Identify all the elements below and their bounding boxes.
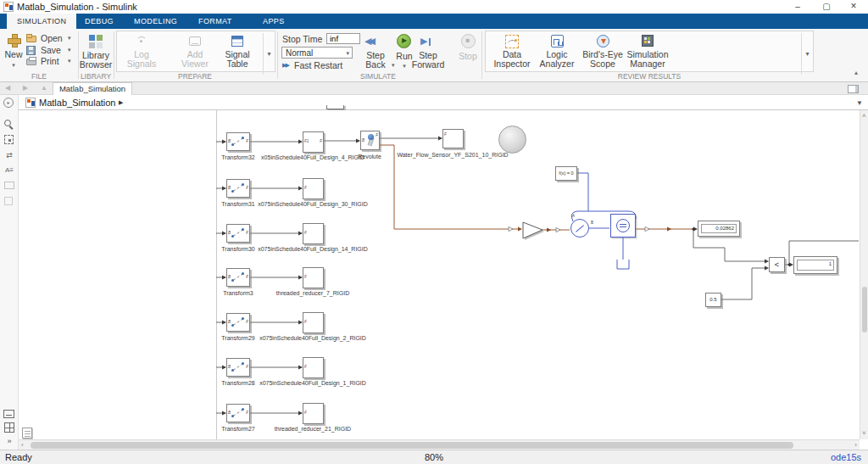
step-back-icon[interactable]: ◀◀ [364, 36, 372, 47]
rigid-block[interactable]: F [303, 357, 324, 378]
stop-time-input[interactable] [326, 33, 360, 44]
fit-to-view-icon[interactable] [3, 134, 15, 146]
tab-format[interactable]: FORMAT [188, 14, 242, 29]
step-forward-icon[interactable]: ▶ [420, 36, 427, 47]
simulation-manager-button[interactable]: Simulation Manager [625, 50, 670, 70]
rotational-motion-sensor-block[interactable] [610, 214, 636, 238]
save-icon[interactable] [26, 46, 36, 55]
scroll-right-icon[interactable]: › [854, 441, 857, 450]
library-browser-button[interactable]: Library Browser [77, 51, 114, 70]
scroll-down-icon[interactable]: ˅ [862, 429, 866, 438]
new-icon[interactable] [7, 33, 20, 47]
solver-indicator[interactable]: ode15s [831, 452, 861, 462]
step-back-dropdown-icon[interactable]: ▾ [392, 62, 395, 69]
palette-more-icon[interactable]: » [3, 435, 15, 447]
review-overflow-icon[interactable]: ▾ [801, 33, 813, 75]
simulation-mode-dropdown[interactable]: Normal ▾ [281, 47, 353, 59]
scroll-up-icon[interactable]: ˄ [862, 112, 866, 120]
rigid-block[interactable]: F [303, 403, 324, 424]
tab-apps[interactable]: APPS [253, 14, 295, 29]
maximize-button[interactable]: ▢ [814, 0, 839, 13]
data-inspector-button[interactable]: Data Inspector [492, 50, 532, 70]
print-dropdown-icon[interactable]: ▾ [68, 58, 71, 64]
transform-block[interactable]: BF [226, 404, 250, 422]
library-browser-icon[interactable] [89, 35, 95, 41]
block-label: x075inSchedule40Full_Design_14_RIGID [258, 246, 368, 252]
vertical-scrollbar[interactable]: ˄ ˅ [860, 110, 868, 439]
transform-block[interactable]: BF [226, 313, 250, 332]
save-dropdown-icon[interactable]: ▾ [68, 47, 71, 53]
run-icon[interactable]: ▶ [397, 34, 411, 48]
run-dropdown-icon[interactable]: ▾ [403, 63, 406, 70]
step-forward-button[interactable]: Step Forward [411, 51, 445, 70]
transform-block[interactable]: BF [226, 179, 250, 198]
log-signals-button[interactable]: Log Signals [125, 50, 159, 70]
transform-block[interactable]: BF [226, 224, 250, 243]
new-button[interactable]: New [4, 50, 22, 59]
sphere-annotation[interactable] [498, 126, 526, 154]
rigid-block[interactable]: F1F [303, 131, 324, 153]
rigid-block[interactable]: F [303, 178, 324, 199]
constant-block[interactable]: 0.5 [705, 293, 721, 307]
flow-sensor-block[interactable]: F [442, 129, 464, 148]
open-button[interactable]: Open [41, 33, 63, 43]
transform-block[interactable]: BF [226, 268, 250, 287]
scroll-left-icon[interactable]: ‹ [21, 441, 24, 450]
annotation-icon[interactable]: A≡ [3, 165, 15, 176]
angular-velocity-source-block[interactable] [570, 219, 589, 238]
tab-debug[interactable]: DEBUG [75, 14, 124, 29]
browser-panel-toggle-icon[interactable]: ▸ [3, 98, 14, 108]
display-block[interactable]: 0.02862 [698, 221, 740, 237]
breadcrumb-arrow-icon[interactable]: ▶ [119, 99, 123, 106]
logic-analyzer-button[interactable]: Logic Analyzer [537, 50, 576, 70]
area-icon[interactable] [3, 195, 15, 207]
zoom-region-icon[interactable] [3, 119, 15, 131]
tab-modeling[interactable]: MODELING [124, 14, 187, 29]
relational-operator-block[interactable]: < [769, 257, 785, 272]
horizontal-scrollbar[interactable]: ‹ › [19, 439, 860, 450]
step-back-button[interactable]: Step Back [362, 51, 389, 70]
signal-table-button[interactable]: Signal Table [220, 50, 254, 70]
run-button[interactable]: Run [396, 52, 412, 61]
fast-restart-toggle[interactable]: Fast Restart [294, 60, 342, 70]
viewer-panel-icon[interactable] [3, 408, 15, 420]
nav-forward-icon[interactable]: ▶ [23, 84, 28, 92]
prepare-overflow-icon[interactable]: ▾ [263, 33, 275, 75]
nav-up-icon[interactable]: ▲ [41, 84, 47, 92]
revolute-block[interactable]: BF [360, 131, 380, 150]
collapse-ribbon-icon[interactable]: ▴ [854, 69, 858, 76]
document-tab[interactable]: Matlab_Simulation [53, 82, 132, 95]
transform-block[interactable]: BF [226, 358, 250, 377]
minimize-button[interactable]: – [785, 0, 810, 13]
image-icon[interactable] [3, 180, 15, 192]
stop-square-glyph: ■ [466, 36, 470, 44]
breadcrumb-caret-icon[interactable]: ▼ [856, 99, 863, 107]
hidden-content-badge[interactable] [22, 428, 32, 439]
solver-configuration-block[interactable]: f(x) = 0 [555, 166, 577, 181]
horizontal-scroll-thumb[interactable] [31, 442, 793, 449]
birds-eye-scope-button[interactable]: Bird's-Eye Scope [581, 50, 625, 70]
nav-back-icon[interactable]: ◀ [5, 84, 10, 92]
rigid-block[interactable]: F [303, 312, 324, 333]
vertical-scroll-thumb[interactable] [862, 287, 867, 333]
close-button[interactable]: × [841, 0, 866, 13]
schedule-editor-icon[interactable] [3, 422, 15, 433]
property-inspector-icon[interactable] [848, 85, 859, 93]
partial-block[interactable] [326, 105, 344, 109]
new-dropdown-icon[interactable]: ▾ [12, 62, 15, 69]
add-viewer-button[interactable]: Add Viewer [178, 50, 212, 70]
model-canvas[interactable] [19, 110, 860, 439]
save-button[interactable]: Save [41, 45, 61, 55]
rigid-block[interactable]: F [303, 267, 324, 288]
open-icon[interactable] [26, 36, 36, 42]
print-button[interactable]: Print [41, 56, 59, 66]
breadcrumb[interactable]: Matlab_Simulation [39, 98, 116, 108]
rigid-block[interactable]: F [303, 223, 324, 244]
print-icon[interactable] [26, 59, 36, 65]
display-block[interactable]: 1 [793, 256, 837, 274]
transform-block[interactable]: BF [226, 132, 250, 151]
open-dropdown-icon[interactable]: ▾ [68, 35, 71, 42]
stop-button[interactable]: Stop [459, 52, 477, 61]
signal-routing-icon[interactable]: ⇄ [3, 149, 15, 161]
tab-simulation[interactable]: SIMULATION [7, 14, 76, 29]
